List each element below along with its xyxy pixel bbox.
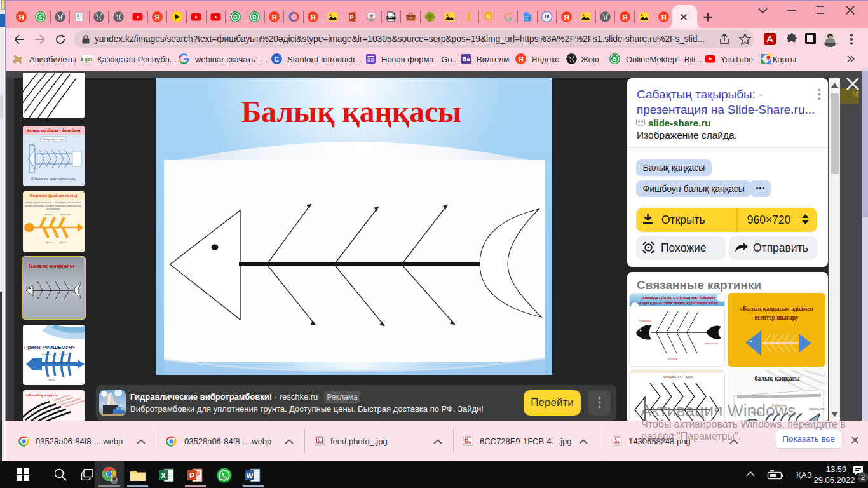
svg-text:B: B bbox=[613, 55, 617, 62]
svg-text:Есептер: Есептер bbox=[668, 357, 678, 360]
svg-text:G: G bbox=[503, 11, 512, 22]
svg-text:Я: Я bbox=[311, 13, 316, 21]
svg-text:P: P bbox=[189, 471, 194, 480]
svg-text:ться решить.: ться решить. bbox=[46, 208, 61, 210]
svg-text:Bá: Bá bbox=[463, 56, 470, 62]
svg-text:Причина: Причина bbox=[60, 353, 69, 356]
svg-text:Я: Я bbox=[661, 13, 666, 21]
svg-text:Балық қаңқасы: Балық қаңқасы bbox=[29, 262, 75, 269]
svg-text:X: X bbox=[161, 471, 166, 480]
svg-text:«Фишбоун әдісі»: «Фишбоун әдісі» bbox=[26, 393, 58, 397]
svg-text:есептер шығару: есептер шығару bbox=[754, 315, 799, 321]
svg-text:Сабақтың т, і әдісі: Сабақтың т, і әдісі bbox=[41, 138, 65, 141]
svg-text:W: W bbox=[247, 472, 254, 480]
svg-text:шения проблемы, которая позвол: шения проблемы, которая позволяет описат… bbox=[25, 205, 83, 207]
svg-text:Я: Я bbox=[271, 13, 276, 21]
svg-text:PPT: PPT bbox=[388, 16, 394, 19]
svg-text:Прием «ФИШБОУН»: Прием «ФИШБОУН» bbox=[24, 344, 76, 350]
svg-text:e-gov: e-gov bbox=[81, 57, 92, 62]
svg-text:факты: факты bbox=[46, 241, 53, 244]
svg-text:6: 6 bbox=[39, 13, 42, 20]
svg-text:P: P bbox=[349, 14, 353, 20]
svg-text:«Балық қаңқасы» әдісімен: «Балық қаңқасы» әдісімен bbox=[740, 306, 813, 312]
svg-text:Причина: Причина bbox=[42, 353, 51, 356]
svg-text:«Фишбоун» (балы, қ а, қ асы) ә: «Фишбоун» (балы, қ а, қ асы) әдісі бойын… bbox=[641, 296, 715, 301]
svg-text:признаки: признаки bbox=[60, 213, 71, 216]
svg-text:Балық қаңқасы: Балық қаңқасы bbox=[241, 95, 461, 128]
svg-text:Д. балық қаң. өз асты қорытынд: Д. балық қаң. өз асты қорытынды bbox=[31, 177, 76, 180]
svg-text:Қорытынды: Қорытынды bbox=[810, 407, 825, 410]
svg-text:S: S bbox=[487, 13, 491, 20]
svg-text:Тақырыбы:: Тақырыбы: bbox=[639, 319, 652, 322]
svg-text:Я: Я bbox=[622, 13, 627, 21]
svg-text:факты: факты bbox=[60, 241, 67, 244]
svg-text:қорытынды: қорытынды bbox=[705, 342, 718, 345]
svg-text:Я: Я bbox=[18, 13, 24, 21]
svg-text:«Сары қуу» ое. тінін талдап, қ: «Сары қуу» ое. тінін талдап, қорытынды ж… bbox=[638, 301, 719, 305]
svg-text:балық қаңқасы: балық қаңқасы bbox=[754, 375, 799, 382]
svg-text:Я: Я bbox=[519, 55, 524, 63]
svg-text:Я: Я bbox=[155, 13, 160, 21]
svg-text:Балық сызбасы - фишбоун: Балық сызбасы - фишбоун bbox=[26, 128, 80, 133]
svg-text:ишбоун (рыбная кость) - - то м: ишбоун (рыбная кость) - - то модель пост… bbox=[25, 201, 81, 204]
svg-text:Я: Я bbox=[564, 13, 569, 21]
svg-text:B: B bbox=[233, 13, 238, 20]
svg-text:"ФИШБОУН" әдісі: "ФИШБОУН" әдісі bbox=[661, 375, 693, 379]
svg-text:Фишбоун (рыбная кость): Фишбоун (рыбная кость) bbox=[30, 194, 78, 198]
svg-text:C: C bbox=[275, 55, 280, 63]
svg-text:органы: органы bbox=[44, 213, 53, 216]
svg-text:Факты: Факты bbox=[48, 379, 55, 381]
svg-text:B: B bbox=[252, 13, 257, 20]
